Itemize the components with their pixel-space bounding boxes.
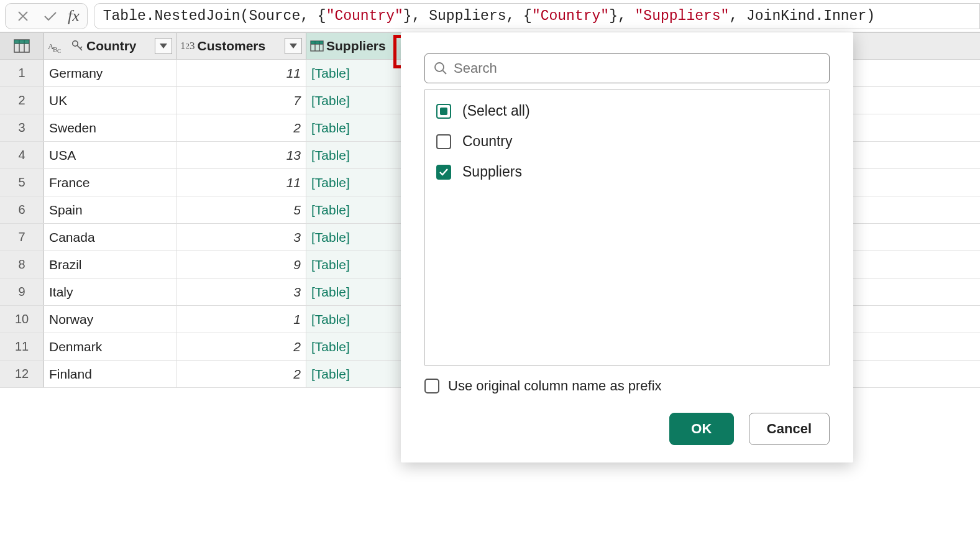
formula-buttons: fx — [5, 3, 88, 29]
cell-country[interactable]: USA — [44, 142, 176, 168]
cell-country[interactable]: Spain — [44, 196, 176, 223]
column-name: Country — [86, 39, 152, 53]
cell-country[interactable]: Canada — [44, 224, 176, 251]
select-all-label: (Select all) — [462, 103, 530, 119]
formula-bar: fx Table.NestedJoin(Source, {"Country"},… — [0, 0, 980, 32]
dialog-buttons: OK Cancel — [424, 413, 830, 445]
table-link[interactable]: [Table] — [311, 203, 350, 218]
cell-customers[interactable]: 7 — [176, 87, 306, 114]
table-link[interactable]: [Table] — [311, 339, 350, 354]
cell-customers[interactable]: 11 — [176, 169, 306, 196]
row-number: 10 — [0, 306, 44, 333]
checkbox-unchecked[interactable] — [424, 379, 439, 393]
svg-line-12 — [80, 47, 82, 48]
column-header-country[interactable]: A B C Country — [44, 33, 176, 59]
cell-country[interactable]: Germany — [44, 60, 176, 86]
table-icon — [14, 39, 30, 53]
column-option-row[interactable]: Suppliers — [436, 163, 818, 180]
expand-column-popup: (Select all) CountrySuppliers Use origin… — [401, 32, 853, 462]
checkbox-indeterminate[interactable] — [436, 104, 451, 119]
search-icon — [434, 62, 447, 75]
table-link[interactable]: [Table] — [311, 230, 350, 245]
checkbox-checked[interactable] — [436, 165, 451, 180]
cell-country[interactable]: Denmark — [44, 333, 176, 360]
column-option-label: Suppliers — [462, 163, 522, 180]
table-link[interactable]: [Table] — [311, 257, 350, 272]
search-input[interactable] — [454, 60, 820, 76]
table-type-icon — [310, 40, 324, 52]
table-link[interactable]: [Table] — [311, 312, 350, 327]
formula-cancel-button[interactable] — [9, 4, 37, 28]
table-link[interactable]: [Table] — [311, 93, 350, 108]
row-number: 3 — [0, 114, 44, 141]
row-number: 8 — [0, 251, 44, 278]
row-number: 2 — [0, 87, 44, 114]
key-icon — [71, 40, 84, 52]
column-name: Suppliers — [326, 39, 406, 53]
table-link[interactable]: [Table] — [311, 66, 350, 81]
cell-customers[interactable]: 11 — [176, 60, 306, 86]
cell-customers[interactable]: 2 — [176, 114, 306, 141]
column-options-list: (Select all) CountrySuppliers — [424, 90, 830, 366]
cell-country[interactable]: Sweden — [44, 114, 176, 141]
check-icon — [44, 11, 57, 21]
formula-confirm-button[interactable] — [37, 4, 64, 28]
table-link[interactable]: [Table] — [311, 148, 350, 163]
cell-customers[interactable]: 2 — [176, 333, 306, 360]
row-number: 1 — [0, 60, 44, 86]
svg-text:C: C — [57, 48, 61, 54]
svg-rect-6 — [14, 40, 29, 44]
cell-country[interactable]: Norway — [44, 306, 176, 333]
prefix-label: Use original column name as prefix — [448, 378, 662, 394]
checkbox-unchecked[interactable] — [436, 134, 451, 149]
number-type-icon: 123 — [180, 40, 195, 52]
table-link[interactable]: [Table] — [311, 121, 350, 136]
svg-point-10 — [73, 41, 78, 46]
column-header-customers[interactable]: 123 Customers — [176, 33, 306, 59]
row-number: 6 — [0, 196, 44, 223]
svg-point-22 — [435, 63, 444, 71]
cell-country[interactable]: UK — [44, 87, 176, 114]
cell-customers[interactable]: 3 — [176, 278, 306, 305]
table-corner-button[interactable] — [0, 33, 44, 59]
row-number: 12 — [0, 361, 44, 387]
cell-customers[interactable]: 5 — [176, 196, 306, 223]
column-option-label: Country — [462, 133, 513, 150]
cell-customers[interactable]: 13 — [176, 142, 306, 168]
cell-country[interactable]: Italy — [44, 278, 176, 305]
svg-line-23 — [443, 71, 447, 75]
svg-marker-14 — [290, 44, 297, 48]
table-link[interactable]: [Table] — [311, 285, 350, 300]
cell-customers[interactable]: 2 — [176, 361, 306, 387]
row-number: 7 — [0, 224, 44, 251]
search-field[interactable] — [424, 53, 830, 83]
chevron-down-icon — [290, 44, 297, 48]
column-filter-button[interactable] — [155, 38, 172, 54]
ok-button[interactable]: OK — [669, 413, 734, 445]
column-filter-button[interactable] — [285, 38, 302, 54]
x-icon — [17, 11, 29, 22]
cell-country[interactable]: Brazil — [44, 251, 176, 278]
cancel-button[interactable]: Cancel — [749, 413, 830, 445]
row-number: 4 — [0, 142, 44, 168]
cell-customers[interactable]: 3 — [176, 224, 306, 251]
column-option-row[interactable]: Country — [436, 133, 818, 150]
row-number: 9 — [0, 278, 44, 305]
cell-country[interactable]: Finland — [44, 361, 176, 387]
svg-marker-13 — [160, 44, 167, 48]
fx-icon: fx — [64, 7, 83, 25]
cell-customers[interactable]: 9 — [176, 251, 306, 278]
table-link[interactable]: [Table] — [311, 175, 350, 190]
svg-rect-19 — [311, 41, 323, 44]
table-link[interactable]: [Table] — [311, 367, 350, 382]
row-number: 5 — [0, 169, 44, 196]
cell-country[interactable]: France — [44, 169, 176, 196]
column-name: Customers — [198, 39, 283, 53]
cell-customers[interactable]: 1 — [176, 306, 306, 333]
prefix-option-row[interactable]: Use original column name as prefix — [424, 378, 830, 394]
chevron-down-icon — [160, 44, 167, 48]
select-all-row[interactable]: (Select all) — [436, 103, 818, 119]
text-type-icon: A B C — [48, 39, 69, 53]
row-number: 11 — [0, 333, 44, 360]
formula-input[interactable]: Table.NestedJoin(Source, {"Country"}, Su… — [94, 3, 980, 29]
